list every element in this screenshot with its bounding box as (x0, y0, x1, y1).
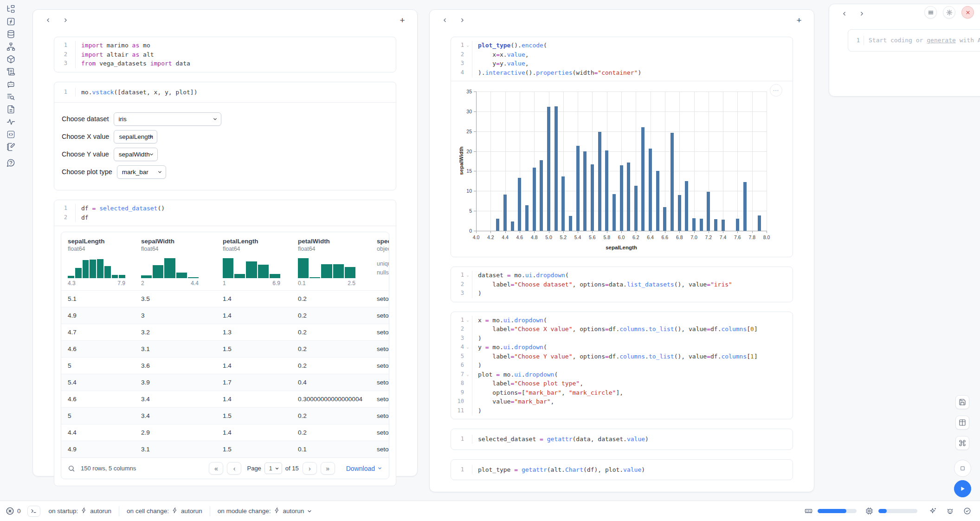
chart-bar[interactable] (736, 219, 739, 231)
chart-bar[interactable] (583, 151, 587, 231)
search-icon[interactable] (68, 465, 75, 472)
chart-bar[interactable] (561, 176, 565, 231)
chart-bar[interactable] (620, 165, 623, 231)
chart-bar[interactable] (634, 186, 638, 231)
autorun-setting[interactable]: on cell change:autorun (119, 507, 210, 515)
next-page-button[interactable]: › (303, 462, 317, 475)
code-content[interactable]: label="Choose plot type", (472, 379, 583, 388)
code-content[interactable]: mo.vstack([dataset, x, y, plot]) (76, 88, 197, 97)
code-cell-plot[interactable]: 1⌄plot_type().encode(2 x=x.value,3 y=y.v… (451, 37, 793, 257)
chart-bar[interactable] (656, 171, 659, 231)
code-content[interactable]: ) (472, 289, 482, 298)
code-editor-placeholder[interactable]: Start coding or generate with AI (864, 36, 980, 45)
code-content[interactable]: y = mo.ui.dropdown( (472, 343, 547, 352)
functions-icon[interactable] (4, 15, 18, 28)
code-content[interactable]: import altair as alt (76, 50, 154, 59)
fold-toggle-icon[interactable]: ⌄ (464, 370, 471, 379)
fold-toggle-icon[interactable]: ⌄ (464, 41, 471, 50)
code-content[interactable]: y=y.value, (472, 59, 529, 68)
page-select[interactable]: 1 (264, 462, 282, 474)
snippets-icon[interactable] (4, 103, 18, 116)
code-content[interactable]: selected_dataset = getattr(data, dataset… (472, 435, 649, 444)
chart-actions-menu-button[interactable]: ⋯ (770, 84, 782, 97)
packages-icon[interactable] (4, 53, 18, 65)
chart-bar[interactable] (547, 107, 550, 231)
fold-toggle-icon[interactable]: ⌄ (464, 343, 471, 352)
add-cell-button[interactable]: + (397, 14, 408, 26)
code-content[interactable]: x=x.value, (472, 50, 529, 59)
code-content[interactable]: from vega_datasets import data (76, 59, 190, 68)
chart-plot-area[interactable]: 051015202530354.04.24.44.64.85.05.25.45.… (476, 91, 767, 231)
chart-bar[interactable] (743, 182, 747, 231)
code-content[interactable]: df = selected_dataset() (76, 204, 165, 213)
bug-report-button[interactable] (946, 507, 954, 515)
ai-sparkles-button[interactable] (928, 507, 937, 515)
code-content[interactable]: value="mark_bar", (472, 397, 554, 406)
code-content[interactable]: plot_type = getattr(alt.Chart(df), plot.… (472, 465, 645, 475)
interrupt-button[interactable] (954, 460, 971, 477)
save-button[interactable] (955, 395, 969, 409)
chart-bar[interactable] (692, 218, 696, 231)
code-content[interactable]: options=["mark_bar", "mark_circle"], (472, 388, 623, 397)
scratchpad-icon[interactable] (4, 141, 18, 153)
datasources-icon[interactable] (4, 28, 18, 40)
code-content[interactable]: label="Choose X value", options=df.colum… (472, 325, 758, 334)
dropdown-select[interactable]: mark_bar (117, 165, 166, 179)
error-indicator[interactable]: 0 (6, 507, 21, 515)
tracing-icon[interactable] (4, 116, 18, 128)
chart-bar[interactable] (591, 164, 594, 231)
fold-toggle-icon[interactable]: ⌄ (464, 316, 471, 325)
chart-bar[interactable] (576, 146, 580, 231)
code-content[interactable]: dataset = mo.ui.dropdown( (472, 271, 569, 280)
column-header[interactable]: speciesobjectunique:nulls: (370, 232, 389, 290)
code-cell-dataframe[interactable]: 1df = selected_dataset()2df sepalLengthf… (54, 200, 396, 486)
code-cell-selected-dataset[interactable]: 1selected_dataset = getattr(data, datase… (451, 429, 793, 450)
autorun-setting[interactable]: on module change:autorun (210, 507, 320, 515)
code-cell-dataset-dropdown[interactable]: 1⌄dataset = mo.ui.dropdown(2 label="Choo… (451, 267, 793, 302)
dropdown-select[interactable]: sepalWidth (114, 148, 158, 161)
chart-bar[interactable] (671, 133, 674, 231)
code-viewer-icon[interactable] (4, 128, 18, 141)
column-header[interactable]: sepalLengthfloat644.37.9 (61, 232, 135, 290)
chart-bar[interactable] (627, 163, 630, 231)
code-cell-vstack[interactable]: 1mo.vstack([dataset, x, y, plot]) Choose… (54, 82, 396, 191)
chart-bar[interactable] (503, 195, 507, 231)
chevron-right-icon[interactable] (856, 8, 867, 19)
code-cell-imports[interactable]: 1import marimo as mo2import altair as al… (54, 37, 396, 72)
chart-bar[interactable] (496, 219, 499, 231)
chart-bar[interactable] (554, 106, 558, 231)
chart-bar[interactable] (518, 178, 521, 231)
chart-bar[interactable] (649, 149, 652, 231)
fold-toggle-icon[interactable]: ⌄ (464, 271, 471, 280)
column-header[interactable]: petalLengthfloat6416.9 (216, 232, 291, 290)
code-content[interactable]: import marimo as mo (76, 41, 150, 50)
chart-bar[interactable] (569, 216, 572, 231)
chart-bar[interactable] (685, 181, 688, 231)
connection-status-button[interactable] (963, 507, 972, 515)
chevron-left-icon[interactable] (42, 14, 53, 26)
terminal-button[interactable] (27, 506, 40, 517)
empty-code-cell[interactable]: 1 Start coding or generate with AI (848, 29, 980, 52)
chart-bar[interactable] (722, 220, 725, 231)
chart-bar[interactable] (758, 215, 761, 231)
dropdown-select[interactable]: sepalLength (114, 130, 157, 143)
chevron-left-icon[interactable] (439, 14, 450, 26)
chevron-right-icon[interactable] (457, 14, 468, 26)
settings-button[interactable] (943, 6, 955, 19)
download-button[interactable]: Download (346, 465, 382, 472)
code-content[interactable]: ) (472, 334, 482, 343)
shutdown-button[interactable] (961, 6, 974, 19)
chart-bar[interactable] (605, 150, 608, 231)
chatbot-icon[interactable] (4, 78, 18, 91)
command-palette-button[interactable] (955, 436, 969, 450)
chart-bar[interactable] (707, 192, 710, 231)
chart-bar[interactable] (700, 219, 703, 231)
file-tree-icon[interactable] (4, 3, 18, 15)
first-page-button[interactable]: « (209, 462, 223, 475)
chart-bar[interactable] (533, 168, 536, 231)
chart-bar[interactable] (540, 160, 543, 231)
code-cell-plot-type[interactable]: 1plot_type = getattr(alt.Chart(df), plot… (451, 459, 793, 481)
column-header[interactable]: petalWidthfloat640.12.5 (291, 232, 370, 290)
dropdown-select[interactable]: iris (114, 112, 221, 126)
help-icon[interactable] (4, 156, 18, 169)
